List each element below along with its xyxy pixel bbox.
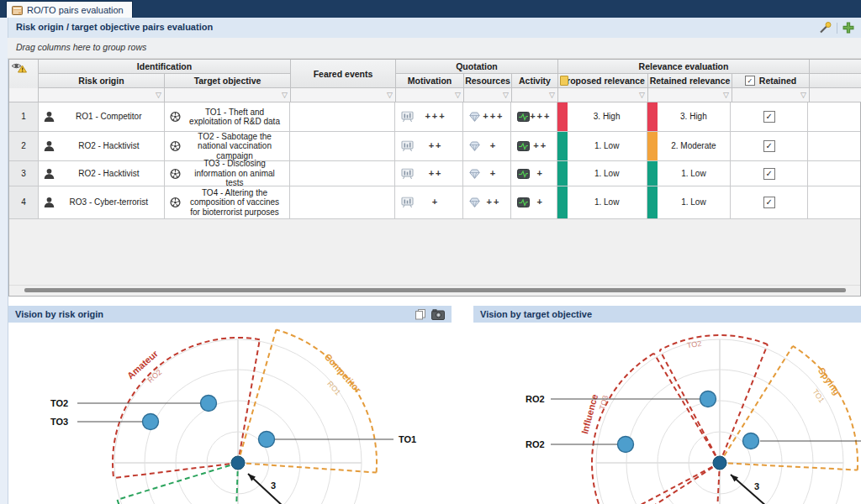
resources-cell[interactable]: +++ [463, 102, 511, 132]
tab-ro-to-pairs-evaluation[interactable]: RO/TO pairs evaluation [6, 1, 133, 18]
feared-events-cell[interactable] [290, 102, 395, 132]
target-objective-cell[interactable]: TO3 - Disclosing information on animal t… [165, 161, 291, 186]
filter-funnel-icon[interactable]: ▽ [549, 92, 555, 99]
proposed-relevance-cell[interactable]: 3. High [557, 102, 647, 132]
left-panel-splitter[interactable] [0, 18, 8, 504]
group-by-panel[interactable]: Drag columns here to group rows [8, 38, 861, 59]
filter-funnel-icon[interactable]: ▽ [455, 92, 461, 99]
retained-checkbox[interactable]: ✓ [763, 197, 775, 208]
column-header-retained[interactable]: ✓ Retained [732, 74, 810, 88]
column-header-retained-relevance[interactable]: Retained relevance [648, 74, 732, 88]
resources-cell[interactable]: ++ [463, 186, 511, 219]
magic-wand-icon[interactable] [818, 21, 832, 34]
chart-point[interactable] [700, 391, 716, 407]
activity-cell[interactable]: ++ [511, 132, 557, 161]
vision-by-target-objective-panel: Vision by target objective TO2InfluenceT… [473, 306, 861, 504]
row-indicator[interactable]: 3 [9, 161, 39, 186]
filter-cell-resources[interactable]: ▽ [464, 88, 512, 102]
retained-checkbox[interactable]: ✓ [763, 140, 775, 152]
retained-cell[interactable]: ✓ [731, 186, 808, 219]
filter-funnel-icon[interactable]: ▽ [503, 92, 509, 99]
filter-funnel-icon[interactable]: ▽ [800, 92, 806, 99]
column-header-motivation[interactable]: Motivation [396, 74, 464, 88]
group-header-relevance-evaluation[interactable]: Relevance evaluation [558, 60, 810, 74]
proposed-relevance-cell[interactable]: 1. Low [557, 132, 647, 161]
retained-checkbox[interactable]: ✓ [763, 111, 775, 123]
retained-relevance-cell[interactable]: 2. Moderate [647, 132, 732, 161]
column-header-proposed-relevance-label: Proposed relevance [561, 76, 645, 86]
table-row[interactable]: 4RO3 - Cyber-terroristTO4 - Altering the… [9, 186, 860, 219]
column-header-activity[interactable]: Activity [512, 74, 558, 88]
activity-cell[interactable]: +++ [511, 102, 557, 132]
person-icon [44, 112, 55, 123]
risk-origin-cell[interactable]: RO2 - Hacktivist [39, 132, 165, 161]
copy-icon[interactable] [415, 308, 426, 320]
filter-cell-target-objective[interactable]: ▽ [165, 88, 291, 102]
filter-cell-risk-origin[interactable]: ▽ [39, 88, 165, 102]
filter-funnel-icon[interactable]: ▽ [156, 92, 161, 99]
risk-origin-cell[interactable]: RO1 - Competitor [39, 102, 165, 132]
feared-events-cell[interactable] [290, 161, 395, 186]
horizontal-scrollbar-thumb[interactable] [24, 288, 846, 292]
filter-cell-retained-relevance[interactable]: ▽ [648, 88, 732, 102]
header-checkbox-icon[interactable]: ✓ [745, 76, 755, 86]
readonly-indicator-icon [560, 76, 568, 86]
horizontal-scrollbar[interactable] [9, 285, 860, 296]
group-header-identification[interactable]: Identification [39, 60, 291, 74]
row-indicator[interactable]: 2 [9, 132, 39, 161]
retained-cell[interactable]: ✓ [731, 102, 808, 132]
proposed-relevance-cell[interactable]: 1. Low [557, 161, 647, 186]
target-objective-cell[interactable]: TO2 - Sabotage the national vaccination … [165, 132, 291, 161]
filter-funnel-icon[interactable]: ▽ [639, 92, 645, 99]
retained-relevance-cell[interactable]: 3. High [647, 102, 732, 132]
camera-icon[interactable] [431, 309, 445, 320]
risk-origin-cell[interactable]: RO3 - Cyber-terrorist [39, 186, 165, 219]
resources-cell[interactable]: + [463, 161, 511, 186]
filter-cell-feared-events[interactable]: ▽ [291, 88, 396, 102]
column-header-resources[interactable]: Resources [464, 74, 512, 88]
filter-cell-motivation[interactable]: ▽ [396, 88, 464, 102]
resources-cell[interactable]: + [463, 132, 511, 161]
filter-funnel-icon[interactable]: ▽ [282, 92, 288, 99]
motivation-cell[interactable]: ++ [395, 132, 463, 161]
table-row[interactable]: 1RO1 - CompetitorTO1 - Theft and exploit… [9, 102, 860, 132]
activity-cell[interactable]: + [511, 161, 557, 186]
target-objective-cell[interactable]: TO1 - Theft and exploitation of R&D data [165, 102, 291, 132]
chart-point[interactable] [143, 414, 159, 430]
filter-funnel-icon[interactable]: ▽ [387, 92, 393, 99]
motivation-cell[interactable]: ++ [395, 161, 463, 186]
target-objective-cell[interactable]: TO4 - Altering the composition of vaccin… [165, 186, 291, 219]
retained-checkbox[interactable]: ✓ [763, 168, 775, 180]
column-header-retained-label: Retained [759, 76, 796, 86]
chart-point[interactable] [201, 396, 217, 412]
feared-events-cell[interactable] [290, 186, 395, 219]
chart-point[interactable] [743, 433, 759, 449]
retained-relevance-cell[interactable]: 1. Low [647, 186, 732, 219]
motivation-cell[interactable]: + [395, 186, 463, 219]
retained-cell[interactable]: ✓ [731, 161, 808, 186]
risk-origin-cell[interactable]: RO2 - Hacktivist [39, 161, 165, 186]
retained-relevance-value: 3. High [658, 112, 731, 122]
feared-events-cell[interactable] [290, 132, 395, 161]
filter-cell-retained[interactable]: ▽ [732, 88, 810, 102]
row-indicator[interactable]: 1 [9, 102, 39, 132]
retained-cell[interactable]: ✓ [731, 132, 808, 161]
chart-point[interactable] [259, 432, 275, 448]
proposed-relevance-cell[interactable]: 1. Low [557, 186, 647, 219]
column-header-feared-events[interactable]: Feared events [291, 60, 396, 88]
add-button[interactable] [843, 22, 854, 34]
table-row[interactable]: 3RO2 - HacktivistTO3 - Disclosing inform… [9, 161, 860, 186]
filter-cell-activity[interactable]: ▽ [512, 88, 558, 102]
column-header-risk-origin[interactable]: Risk origin [39, 74, 165, 88]
column-header-target-objective[interactable]: Target objective [165, 74, 291, 88]
retained-relevance-cell[interactable]: 1. Low [647, 161, 732, 186]
column-header-proposed-relevance[interactable]: Proposed relevance [558, 74, 648, 88]
group-header-quotation[interactable]: Quotation [396, 60, 558, 74]
table-row[interactable]: 2RO2 - HacktivistTO2 - Sabotage the nati… [9, 132, 860, 161]
motivation-cell[interactable]: +++ [395, 102, 463, 132]
row-indicator[interactable]: 4 [9, 186, 39, 219]
chart-point[interactable] [618, 437, 634, 453]
filter-funnel-icon[interactable]: ▽ [723, 92, 729, 99]
filter-cell-proposed-relevance[interactable]: ▽ [558, 88, 648, 102]
activity-cell[interactable]: + [511, 186, 557, 219]
